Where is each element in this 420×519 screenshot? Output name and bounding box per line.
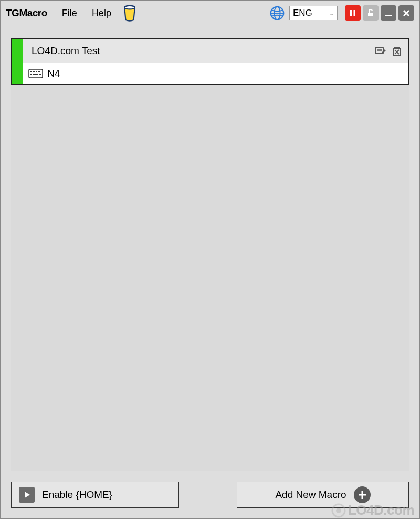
language-select[interactable]: ENG ⌄ — [289, 6, 338, 20]
donate-cup-icon[interactable] — [123, 4, 136, 22]
add-macro-button[interactable]: Add New Macro — [237, 482, 409, 508]
edit-macro-icon[interactable] — [374, 45, 386, 57]
svg-rect-17 — [394, 47, 400, 48]
macro-header[interactable]: LO4D.com Test — [12, 39, 408, 63]
enable-label: Enable {HOME} — [42, 489, 112, 501]
svg-point-1 — [124, 6, 135, 9]
svg-marker-26 — [25, 492, 30, 498]
step-color-stripe — [12, 63, 23, 84]
keyboard-icon — [28, 68, 43, 79]
chevron-down-icon: ⌄ — [329, 10, 334, 17]
svg-rect-19 — [30, 71, 32, 72]
macro-step[interactable]: N4 — [12, 63, 408, 84]
record-pause-button[interactable] — [345, 5, 361, 21]
svg-rect-20 — [33, 71, 35, 72]
svg-rect-23 — [30, 74, 32, 75]
language-selected-label: ENG — [293, 8, 312, 18]
svg-rect-6 — [354, 10, 356, 16]
menubar: TGMacro File Help ENG ⌄ — [1, 1, 419, 26]
enable-button[interactable]: Enable {HOME} — [11, 482, 179, 508]
svg-rect-11 — [375, 47, 383, 54]
svg-rect-21 — [36, 71, 37, 72]
globe-icon[interactable] — [269, 5, 285, 21]
add-macro-label: Add New Macro — [275, 489, 346, 501]
menu-file[interactable]: File — [62, 8, 77, 19]
macro-title: LO4D.com Test — [32, 45, 374, 57]
macro-color-stripe — [12, 39, 23, 63]
delete-macro-icon[interactable] — [391, 45, 403, 57]
app-window: TGMacro File Help ENG ⌄ — [0, 0, 420, 519]
lock-button[interactable] — [363, 5, 379, 21]
menu-help[interactable]: Help — [92, 8, 111, 19]
macro-tools — [374, 45, 403, 57]
footer: Enable {HOME} Add New Macro — [11, 482, 409, 508]
main-area: LO4D.com Test N4 — [11, 38, 409, 471]
minimize-button[interactable] — [381, 5, 396, 21]
svg-point-30 — [336, 508, 341, 513]
svg-rect-22 — [38, 71, 40, 72]
step-label: N4 — [47, 68, 60, 79]
plus-icon — [354, 486, 371, 503]
svg-rect-5 — [350, 10, 352, 16]
play-icon — [19, 487, 35, 503]
svg-rect-25 — [39, 74, 41, 75]
svg-rect-24 — [33, 74, 38, 75]
close-button[interactable] — [398, 5, 414, 21]
svg-rect-8 — [385, 15, 392, 16]
macro-box: LO4D.com Test N4 — [11, 38, 409, 85]
svg-rect-7 — [368, 13, 373, 16]
app-title: TGMacro — [6, 7, 47, 19]
